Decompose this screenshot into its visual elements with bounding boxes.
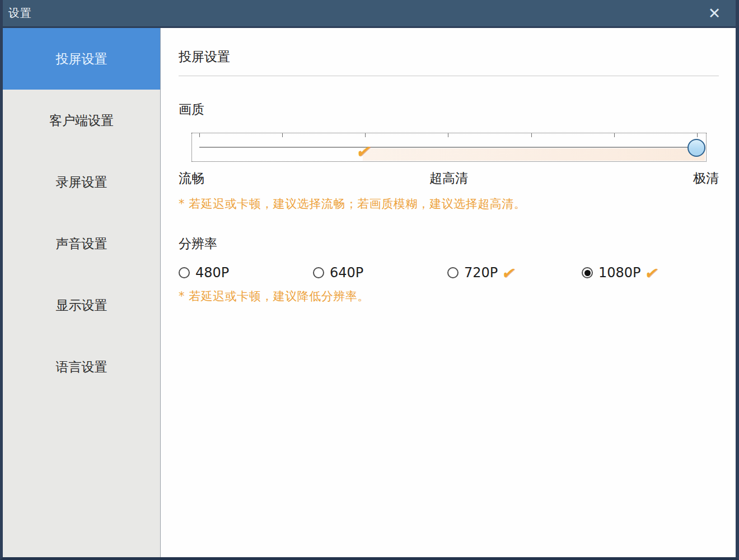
slider-tick xyxy=(531,133,532,137)
resolution-hint: * 若延迟或卡顿，建议降低分辨率。 xyxy=(179,288,719,304)
slider-tick xyxy=(365,133,366,137)
slider-tick xyxy=(199,133,200,137)
radio-label: 640P xyxy=(330,265,363,281)
radio-label: 720P xyxy=(464,265,498,281)
slider-label-ultra-hd: 超高清 xyxy=(429,170,468,187)
slider-tick xyxy=(614,133,615,137)
window-body: 投屏设置 客户端设置 录屏设置 声音设置 显示设置 语言设置 投屏设置 画质 xyxy=(3,28,736,557)
sidebar-item-display-settings[interactable]: 显示设置 xyxy=(3,274,160,336)
sidebar-item-client-settings[interactable]: 客户端设置 xyxy=(3,90,160,151)
slider-highlight-band xyxy=(363,148,705,161)
quality-section-label: 画质 xyxy=(179,101,719,118)
recommended-check-icon: ✔ xyxy=(644,265,657,281)
slider-track[interactable] xyxy=(199,147,698,148)
sidebar-item-label: 客户端设置 xyxy=(49,112,114,129)
titlebar: 设置 ✕ xyxy=(3,0,736,28)
sidebar: 投屏设置 客户端设置 录屏设置 声音设置 显示设置 语言设置 xyxy=(3,28,161,557)
sidebar-item-label: 语言设置 xyxy=(56,358,107,376)
sidebar-item-label: 投屏设置 xyxy=(56,50,107,68)
slider-ticks xyxy=(199,133,698,138)
slider-tick xyxy=(697,133,698,137)
close-icon: ✕ xyxy=(708,4,721,22)
radio-480p[interactable]: 480P xyxy=(179,265,313,281)
radio-circle[interactable] xyxy=(447,267,459,278)
slider-handle[interactable] xyxy=(687,139,705,157)
sidebar-item-label: 声音设置 xyxy=(56,235,107,253)
sidebar-item-label: 录屏设置 xyxy=(56,174,107,191)
slider-tick xyxy=(448,133,448,137)
sidebar-item-language-settings[interactable]: 语言设置 xyxy=(3,336,160,398)
radio-1080p[interactable]: 1080P ✔ xyxy=(582,265,716,281)
sidebar-item-sound-settings[interactable]: 声音设置 xyxy=(3,213,160,274)
page-title: 投屏设置 xyxy=(179,48,719,66)
sidebar-item-label: 显示设置 xyxy=(56,297,107,314)
quality-hint: * 若延迟或卡顿，建议选择流畅；若画质模糊，建议选择超高清。 xyxy=(179,196,719,212)
radio-circle[interactable] xyxy=(582,267,593,278)
radio-dot xyxy=(584,270,591,276)
close-button[interactable]: ✕ xyxy=(703,2,726,25)
radio-circle[interactable] xyxy=(179,267,190,278)
radio-label: 1080P xyxy=(598,265,641,281)
recommended-check-icon: ✔ xyxy=(356,143,370,160)
radio-720p[interactable]: 720P ✔ xyxy=(447,265,582,281)
radio-label: 480P xyxy=(195,265,229,281)
slider-tick xyxy=(282,133,283,137)
header-divider xyxy=(179,76,719,76)
slider-label-extreme: 极清 xyxy=(693,170,719,187)
slider-labels: 流畅 超高清 极清 xyxy=(179,170,719,187)
recommended-check-icon: ✔ xyxy=(501,265,514,281)
sidebar-item-record-settings[interactable]: 录屏设置 xyxy=(3,151,160,213)
settings-window: 设置 ✕ 投屏设置 客户端设置 录屏设置 声音设置 显示设置 语言设置 xyxy=(0,0,739,560)
main-panel: 投屏设置 画质 ✔ 流畅 超高清 xyxy=(161,28,736,557)
resolution-section-label: 分辨率 xyxy=(179,235,719,253)
resolution-options: 480P 640P 720P ✔ 1080P ✔ xyxy=(179,265,719,281)
slider-label-smooth: 流畅 xyxy=(179,170,204,187)
window-title: 设置 xyxy=(8,6,32,21)
quality-slider[interactable]: ✔ xyxy=(191,133,707,162)
radio-circle[interactable] xyxy=(313,267,324,278)
radio-640p[interactable]: 640P xyxy=(313,265,447,281)
sidebar-item-cast-settings[interactable]: 投屏设置 xyxy=(3,28,160,90)
